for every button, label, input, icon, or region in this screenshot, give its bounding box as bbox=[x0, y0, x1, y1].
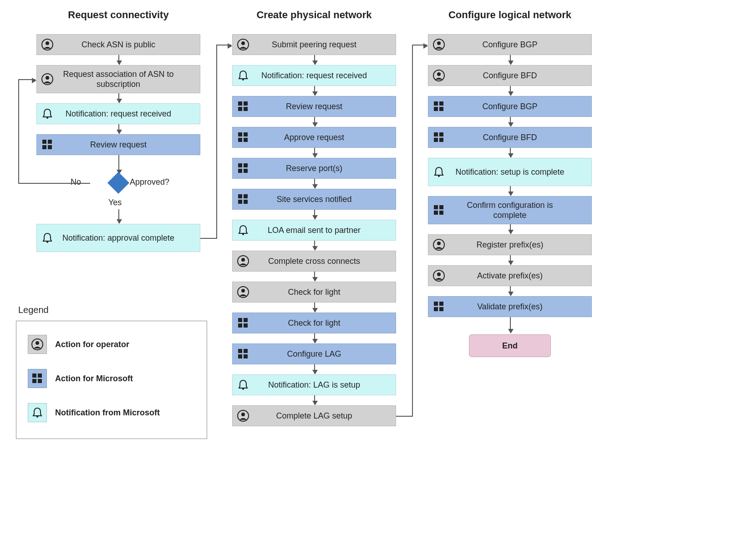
c2-check-light-op-label: Check for light bbox=[254, 287, 396, 298]
arrow bbox=[314, 148, 315, 157]
c2-complete-lag-label: Complete LAG setup bbox=[254, 411, 396, 421]
arrow bbox=[314, 395, 315, 404]
bell-icon bbox=[237, 224, 249, 236]
c2-reserve-ports: Reserve port(s) bbox=[232, 158, 396, 179]
microsoft-icon bbox=[31, 373, 43, 384]
legend-box: Action for operator Action for Microsoft… bbox=[16, 321, 207, 439]
c3-config-bgp-op: Configure BGP bbox=[428, 34, 592, 55]
c3-config-bfd-ms-label: Configure BFD bbox=[449, 132, 591, 143]
c3-validate-prefix: Validate prefix(es) bbox=[428, 296, 592, 317]
legend-microsoft-label: Action for Microsoft bbox=[55, 374, 133, 383]
bell-icon bbox=[237, 379, 249, 391]
arrow bbox=[510, 186, 511, 195]
c3-confirm-config: Confirm configuration is complete bbox=[428, 196, 592, 224]
arrow bbox=[314, 86, 315, 95]
c1-check-asn-label: Check ASN is public bbox=[58, 40, 200, 50]
legend-notification-label: Notification from Microsoft bbox=[55, 408, 160, 418]
decision-approved bbox=[107, 172, 129, 194]
c2-check-light-ms: Check for light bbox=[232, 313, 396, 333]
c2-approve-request-label: Approve request bbox=[254, 132, 396, 143]
end-terminal: End bbox=[469, 334, 551, 357]
c2-submit-peering-label: Submit peering request bbox=[254, 40, 396, 50]
c2-site-services: Site services notified bbox=[232, 189, 396, 210]
arrow bbox=[314, 55, 315, 64]
microsoft-icon bbox=[41, 139, 53, 151]
c2-complete-cross-label: Complete cross connects bbox=[254, 256, 396, 267]
person-icon bbox=[237, 39, 249, 50]
c1-request-assoc-label: Request association of ASN to subscripti… bbox=[58, 69, 200, 90]
person-icon bbox=[433, 270, 445, 282]
c1-check-asn: Check ASN is public bbox=[36, 34, 200, 55]
bell-icon bbox=[41, 108, 53, 120]
c2-notif-lag: Notification: LAG is setup bbox=[232, 374, 396, 395]
c2-submit-peering: Submit peering request bbox=[232, 34, 396, 55]
person-icon bbox=[237, 410, 249, 422]
arrow bbox=[314, 117, 315, 126]
legend-title: Legend bbox=[18, 305, 49, 315]
microsoft-icon bbox=[237, 348, 249, 360]
c1-request-assoc: Request association of ASN to subscripti… bbox=[36, 65, 200, 93]
microsoft-icon bbox=[433, 101, 445, 112]
arrow bbox=[510, 117, 511, 126]
decision-label: Approved? bbox=[130, 177, 169, 187]
person-icon bbox=[41, 73, 53, 85]
microsoft-icon bbox=[237, 193, 249, 205]
microsoft-icon bbox=[433, 301, 445, 313]
legend-row-microsoft: Action for Microsoft bbox=[28, 369, 133, 388]
c2-complete-lag: Complete LAG setup bbox=[232, 405, 396, 426]
c3-notif-setup: Notification: setup is complete bbox=[428, 158, 592, 186]
connector bbox=[61, 183, 90, 184]
arrow bbox=[510, 224, 511, 233]
microsoft-icon bbox=[237, 131, 249, 143]
c3-config-bfd-op-label: Configure BFD bbox=[449, 71, 591, 81]
arrow bbox=[314, 272, 315, 281]
c3-config-bfd-op: Configure BFD bbox=[428, 65, 592, 86]
c3-config-bgp-op-label: Configure BGP bbox=[449, 40, 591, 50]
legend-operator-label: Action for operator bbox=[55, 340, 129, 349]
connector bbox=[412, 45, 413, 417]
bell-icon bbox=[31, 407, 43, 419]
c3-validate-prefix-label: Validate prefix(es) bbox=[449, 302, 591, 312]
bell-icon bbox=[433, 166, 445, 178]
col2-title: Create physical network bbox=[232, 9, 396, 21]
arrow bbox=[510, 255, 511, 264]
arrow bbox=[510, 86, 511, 95]
person-icon bbox=[237, 255, 249, 267]
arrow bbox=[510, 148, 511, 157]
legend-row-operator: Action for operator bbox=[28, 335, 129, 354]
c2-configure-lag-label: Configure LAG bbox=[254, 349, 396, 359]
bell-icon bbox=[41, 232, 53, 244]
microsoft-icon bbox=[237, 162, 249, 174]
person-icon bbox=[433, 70, 445, 81]
legend-swatch-microsoft bbox=[28, 369, 47, 388]
arrow bbox=[314, 364, 315, 373]
c2-reserve-ports-label: Reserve port(s) bbox=[254, 163, 396, 174]
c2-review-request: Review request bbox=[232, 96, 396, 117]
c2-check-light-ms-label: Check for light bbox=[254, 318, 396, 328]
arrow bbox=[118, 124, 119, 133]
c2-notif-received: Notification: request received bbox=[232, 65, 396, 86]
c2-configure-lag: Configure LAG bbox=[232, 343, 396, 364]
connector bbox=[216, 45, 231, 45]
arrow bbox=[118, 209, 119, 223]
arrow bbox=[314, 333, 315, 343]
c2-check-light-op: Check for light bbox=[232, 282, 396, 303]
arrow bbox=[118, 93, 119, 102]
c3-confirm-config-label: Confirm configuration is complete bbox=[449, 200, 591, 221]
c3-activate-prefix-label: Activate prefix(es) bbox=[449, 271, 591, 281]
c1-notif-received-label: Notification: request received bbox=[58, 109, 200, 119]
person-icon bbox=[433, 39, 445, 50]
col3-title: Configure logical network bbox=[428, 9, 592, 21]
c2-review-request-label: Review request bbox=[254, 101, 396, 112]
c2-approve-request: Approve request bbox=[232, 127, 396, 148]
person-icon bbox=[237, 286, 249, 298]
connector bbox=[200, 238, 216, 239]
arrow bbox=[314, 179, 315, 188]
arrow bbox=[118, 155, 119, 173]
c3-register-prefix: Register prefix(es) bbox=[428, 234, 592, 255]
flowchart-canvas: Request connectivity Create physical net… bbox=[9, 9, 744, 551]
connector bbox=[18, 79, 19, 183]
legend-swatch-notification bbox=[28, 403, 47, 422]
c3-config-bgp-ms: Configure BGP bbox=[428, 96, 592, 117]
microsoft-icon bbox=[237, 317, 249, 329]
